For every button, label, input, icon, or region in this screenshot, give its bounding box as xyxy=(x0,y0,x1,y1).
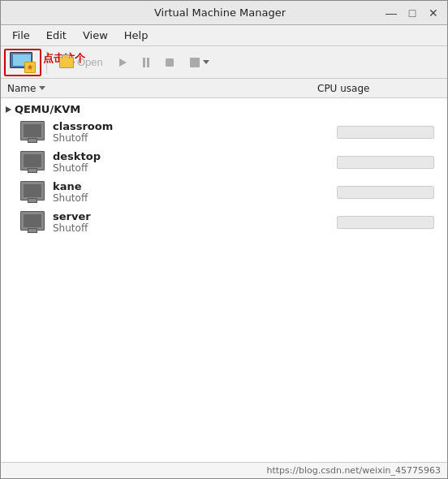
vm-name-kane: kane xyxy=(53,180,337,192)
vm-info-server: server Shutoff xyxy=(53,210,337,234)
col-cpu-header: CPU usage xyxy=(314,83,444,94)
vm-monitor-desktop xyxy=(20,151,45,170)
vm-status-desktop: Shutoff xyxy=(53,162,337,174)
open-folder-icon xyxy=(59,57,74,68)
column-headers: Name CPU usage xyxy=(1,79,447,98)
vm-screen-kane xyxy=(24,184,41,197)
vm-item-kane[interactable]: kane Shutoff xyxy=(1,177,447,207)
vm-cpu-bar-desktop xyxy=(337,156,434,169)
close-button[interactable]: ✕ xyxy=(426,6,441,19)
vm-info-desktop: desktop Shutoff xyxy=(53,150,337,174)
star-badge: ★ xyxy=(24,62,36,73)
play-icon xyxy=(119,58,127,67)
maximize-button[interactable]: □ xyxy=(405,6,420,19)
menu-help[interactable]: Help xyxy=(116,28,157,43)
vm-name-desktop: desktop xyxy=(53,150,337,162)
window-title: Virtual Machine Manager xyxy=(56,6,384,19)
pause-icon xyxy=(143,58,149,67)
group-expand-icon[interactable] xyxy=(6,106,11,113)
vm-group-qemu[interactable]: QEMU/KVM xyxy=(1,101,447,117)
toolbar: ★ 点击这个 Open xyxy=(1,46,447,79)
titlebar: Virtual Machine Manager — □ ✕ xyxy=(1,1,447,25)
col-sort-icon xyxy=(39,86,45,90)
vm-info-classroom: classroom Shutoff xyxy=(53,120,337,144)
vm-icon-server xyxy=(20,211,46,234)
new-vm-button[interactable]: ★ xyxy=(4,49,41,76)
new-vm-icon: ★ xyxy=(10,52,36,73)
menu-edit[interactable]: Edit xyxy=(38,28,75,43)
vm-item-desktop[interactable]: desktop Shutoff xyxy=(1,147,447,177)
vm-screen-classroom xyxy=(24,124,41,137)
vm-icon-desktop xyxy=(20,151,46,174)
vm-name-server: server xyxy=(53,210,337,222)
vm-item-server[interactable]: server Shutoff xyxy=(1,207,447,237)
menu-view[interactable]: View xyxy=(75,28,116,43)
stop-icon xyxy=(166,58,174,67)
vm-icon-kane xyxy=(20,181,46,204)
footer-link: https://blog.csdn.net/weixin_45775963 xyxy=(266,465,441,476)
pause-button[interactable] xyxy=(136,51,157,74)
col-name-header: Name xyxy=(4,83,314,94)
play-button[interactable] xyxy=(112,51,134,74)
pause-bar-2 xyxy=(147,58,149,67)
main-content: Name CPU usage QEMU/KVM classroom xyxy=(1,79,447,462)
vm-monitor-kane xyxy=(20,181,45,201)
window-controls: — □ ✕ xyxy=(384,6,441,19)
save-button[interactable] xyxy=(183,51,217,74)
vm-status-server: Shutoff xyxy=(53,222,337,234)
vm-cpu-bar-server xyxy=(337,216,434,229)
group-name: QEMU/KVM xyxy=(15,103,80,115)
vm-icon-classroom xyxy=(20,121,46,144)
vm-info-kane: kane Shutoff xyxy=(53,180,337,204)
save-icon xyxy=(190,58,200,67)
vm-name-classroom: classroom xyxy=(53,120,337,132)
menu-file[interactable]: File xyxy=(4,28,38,43)
main-window: Virtual Machine Manager — □ ✕ File Edit … xyxy=(0,0,448,479)
vm-monitor-server xyxy=(20,211,45,231)
vm-status-classroom: Shutoff xyxy=(53,132,337,144)
vm-monitor-classroom xyxy=(20,121,45,140)
pause-bar-1 xyxy=(143,58,145,67)
vm-item-classroom[interactable]: classroom Shutoff xyxy=(1,117,447,147)
vm-screen-server xyxy=(24,214,41,227)
vm-cpu-bar-kane xyxy=(337,186,434,199)
footer: https://blog.csdn.net/weixin_45775963 xyxy=(1,462,447,478)
vm-list: QEMU/KVM classroom Shutoff xyxy=(1,98,447,462)
stop-button[interactable] xyxy=(158,51,181,74)
save-dropdown-icon xyxy=(203,60,209,64)
vm-status-kane: Shutoff xyxy=(53,192,337,204)
col-name-label: Name xyxy=(7,83,36,94)
minimize-button[interactable]: — xyxy=(384,6,398,19)
menubar: File Edit View Help xyxy=(1,25,447,46)
vm-cpu-bar-classroom xyxy=(337,126,434,139)
vm-screen-desktop xyxy=(24,154,41,167)
